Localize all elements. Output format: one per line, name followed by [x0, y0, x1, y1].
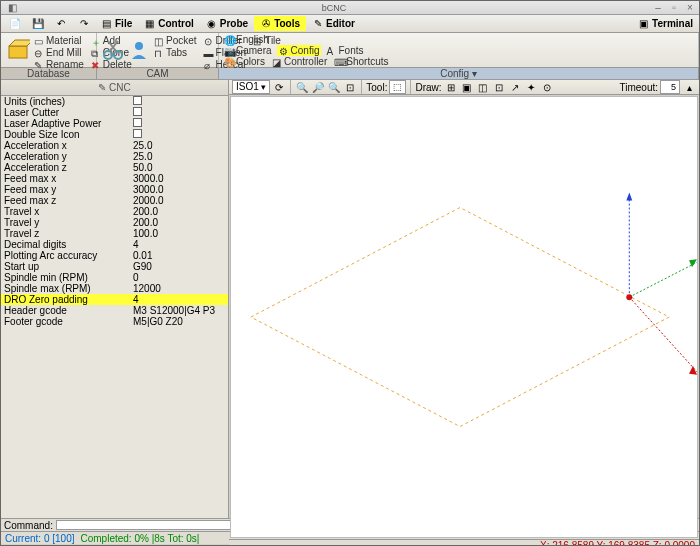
- checkbox[interactable]: [133, 118, 142, 127]
- setting-row[interactable]: Spindle max (RPM)12000: [1, 283, 228, 294]
- setting-value[interactable]: G90: [131, 261, 228, 272]
- setting-value[interactable]: 4: [131, 294, 228, 305]
- window-title: bCNC: [19, 3, 649, 13]
- config-button[interactable]: ⚙Config: [277, 45, 322, 56]
- setting-value[interactable]: M3 S12000|G4 P3: [131, 305, 228, 316]
- draw-opt-7[interactable]: ⊙: [540, 80, 554, 94]
- setting-row[interactable]: Plotting Arc accuracy0.01: [1, 250, 228, 261]
- setting-value[interactable]: 4: [131, 239, 228, 250]
- setting-value[interactable]: 25.0: [131, 151, 228, 162]
- qat-undo[interactable]: ↶: [49, 16, 72, 31]
- draw-opt-6[interactable]: ✦: [524, 80, 538, 94]
- setting-value[interactable]: 100.0: [131, 228, 228, 239]
- probe-icon: ◉: [206, 18, 217, 29]
- setting-row[interactable]: Feed max y3000.0: [1, 184, 228, 195]
- profile-button[interactable]: [128, 36, 150, 64]
- zoom-fit-icon[interactable]: ⊡: [343, 80, 357, 94]
- timeout-value[interactable]: 5: [660, 80, 680, 94]
- setting-row[interactable]: Footer gcodeM5|G0 Z20: [1, 316, 228, 327]
- setting-row[interactable]: Acceleration x25.0: [1, 140, 228, 151]
- setting-row[interactable]: Header gcodeM3 S12000|G4 P3: [1, 305, 228, 316]
- setting-value[interactable]: 12000: [131, 283, 228, 294]
- setting-row[interactable]: Travel z100.0: [1, 228, 228, 239]
- lang-button[interactable]: 🌐English: [222, 34, 271, 45]
- qat-save[interactable]: 💾: [26, 16, 49, 31]
- setting-row[interactable]: Laser Cutter: [1, 107, 228, 118]
- camera-button[interactable]: 📷Camera: [222, 45, 274, 56]
- controller-button[interactable]: ◪Controller: [270, 56, 329, 67]
- setting-key: Laser Cutter: [1, 107, 131, 118]
- fonts-button[interactable]: AFonts: [324, 45, 365, 56]
- draw-opt-3[interactable]: ◫: [476, 80, 490, 94]
- tabs-button[interactable]: ⊓Tabs: [152, 47, 199, 58]
- setting-row[interactable]: Start upG90: [1, 261, 228, 272]
- tool-select[interactable]: ⬚: [389, 80, 406, 94]
- setting-row[interactable]: Acceleration z50.0: [1, 162, 228, 173]
- setting-row[interactable]: Units (inches): [1, 96, 228, 107]
- section-config[interactable]: Config ▾: [219, 68, 699, 79]
- setting-value[interactable]: 200.0: [131, 206, 228, 217]
- shortcuts-button[interactable]: ⌨Shortcuts: [332, 56, 390, 67]
- setting-row[interactable]: Travel y200.0: [1, 217, 228, 228]
- setting-key: Spindle max (RPM): [1, 283, 131, 294]
- spin-button[interactable]: ⟳: [272, 80, 286, 94]
- zoom-out-icon[interactable]: 🔍: [327, 80, 341, 94]
- setting-value[interactable]: M5|G0 Z20: [131, 316, 228, 327]
- qat-new[interactable]: 📄: [3, 16, 26, 31]
- setting-key: Header gcode: [1, 305, 131, 316]
- setting-value[interactable]: [131, 96, 228, 107]
- endmill-button[interactable]: ⊖End Mill: [32, 47, 86, 58]
- draw-opt-2[interactable]: ▣: [460, 80, 474, 94]
- setting-value[interactable]: 200.0: [131, 217, 228, 228]
- draw-opt-4[interactable]: ⊡: [492, 80, 506, 94]
- checkbox[interactable]: [133, 96, 142, 105]
- pocket-button[interactable]: ◫Pocket: [152, 35, 199, 46]
- tab-control[interactable]: ▦Control: [138, 16, 200, 31]
- setting-value[interactable]: 0: [131, 272, 228, 283]
- tab-file[interactable]: ▤File: [95, 16, 138, 31]
- view-select[interactable]: ISO1 ▾: [232, 80, 270, 94]
- tab-editor[interactable]: ✎Editor: [306, 16, 361, 31]
- timeout-spinner[interactable]: ▴: [682, 80, 696, 94]
- zoom-sel-icon[interactable]: 🔍: [295, 80, 309, 94]
- zoom-in-icon[interactable]: 🔎: [311, 80, 325, 94]
- colors-button[interactable]: 🎨Colors: [222, 56, 267, 67]
- setting-row[interactable]: Feed max z2000.0: [1, 195, 228, 206]
- setting-value[interactable]: [131, 118, 228, 129]
- maximize-button[interactable]: ▫: [667, 3, 681, 13]
- tool-label: Tool:: [366, 82, 387, 93]
- close-button[interactable]: ×: [683, 3, 697, 13]
- setting-key: Footer gcode: [1, 316, 131, 327]
- setting-row[interactable]: Double Size Icon: [1, 129, 228, 140]
- draw-opt-5[interactable]: ↗: [508, 80, 522, 94]
- setting-row[interactable]: Spindle min (RPM)0: [1, 272, 228, 283]
- checkbox[interactable]: [133, 107, 142, 116]
- checkbox[interactable]: [133, 129, 142, 138]
- setting-value[interactable]: [131, 129, 228, 140]
- material-button[interactable]: ▭Material: [32, 35, 86, 46]
- setting-row[interactable]: Feed max x3000.0: [1, 173, 228, 184]
- canvas-viewport[interactable]: [230, 96, 698, 538]
- tab-terminal[interactable]: ▣Terminal: [632, 16, 699, 31]
- setting-value[interactable]: 3000.0: [131, 184, 228, 195]
- setting-row[interactable]: Laser Adaptive Power: [1, 118, 228, 129]
- setting-row[interactable]: Decimal digits4: [1, 239, 228, 250]
- setting-row[interactable]: Acceleration y25.0: [1, 151, 228, 162]
- setting-value[interactable]: 50.0: [131, 162, 228, 173]
- setting-value[interactable]: 2000.0: [131, 195, 228, 206]
- svg-marker-10: [689, 366, 697, 375]
- setting-value[interactable]: 3000.0: [131, 173, 228, 184]
- tab-probe[interactable]: ◉Probe: [200, 16, 254, 31]
- draw-opt-1[interactable]: ⊞: [444, 80, 458, 94]
- setting-row[interactable]: DRO Zero padding4: [1, 294, 228, 305]
- stock-button[interactable]: [6, 36, 30, 64]
- camera-icon: 📷: [224, 46, 234, 56]
- cut-button[interactable]: [102, 36, 124, 64]
- setting-value[interactable]: 25.0: [131, 140, 228, 151]
- setting-value[interactable]: [131, 107, 228, 118]
- minimize-button[interactable]: –: [651, 3, 665, 13]
- setting-row[interactable]: Travel x200.0: [1, 206, 228, 217]
- qat-redo[interactable]: ↷: [72, 16, 95, 31]
- setting-value[interactable]: 0.01: [131, 250, 228, 261]
- tab-tools[interactable]: ✇Tools: [254, 16, 306, 31]
